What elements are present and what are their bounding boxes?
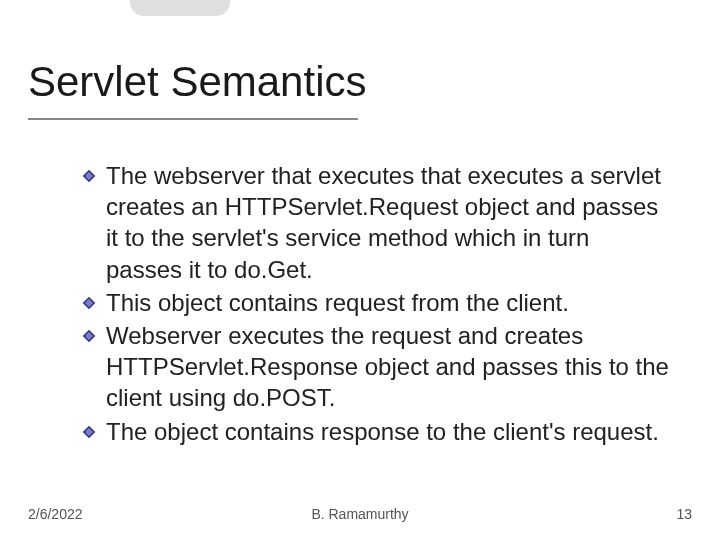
bullet-list: The webserver that executes that execute… bbox=[80, 160, 670, 449]
list-item: This object contains request from the cl… bbox=[80, 287, 670, 318]
diamond-bullet-icon bbox=[80, 423, 98, 441]
bullet-text: The webserver that executes that execute… bbox=[106, 160, 670, 285]
bullet-text: Webserver executes the request and creat… bbox=[106, 320, 670, 414]
list-item: Webserver executes the request and creat… bbox=[80, 320, 670, 414]
footer-author: B. Ramamurthy bbox=[311, 506, 408, 522]
list-item: The webserver that executes that execute… bbox=[80, 160, 670, 285]
bullet-text: The object contains response to the clie… bbox=[106, 416, 659, 447]
footer-page-number: 13 bbox=[676, 506, 692, 522]
title-underline bbox=[28, 118, 358, 120]
top-decoration bbox=[130, 0, 230, 16]
diamond-bullet-icon bbox=[80, 294, 98, 312]
slide-footer: 2/6/2022 B. Ramamurthy 13 bbox=[28, 506, 692, 522]
list-item: The object contains response to the clie… bbox=[80, 416, 670, 447]
slide-title: Servlet Semantics bbox=[28, 58, 366, 106]
diamond-bullet-icon bbox=[80, 167, 98, 185]
footer-date: 2/6/2022 bbox=[28, 506, 83, 522]
bullet-text: This object contains request from the cl… bbox=[106, 287, 569, 318]
dotted-background bbox=[0, 0, 720, 58]
diamond-bullet-icon bbox=[80, 327, 98, 345]
